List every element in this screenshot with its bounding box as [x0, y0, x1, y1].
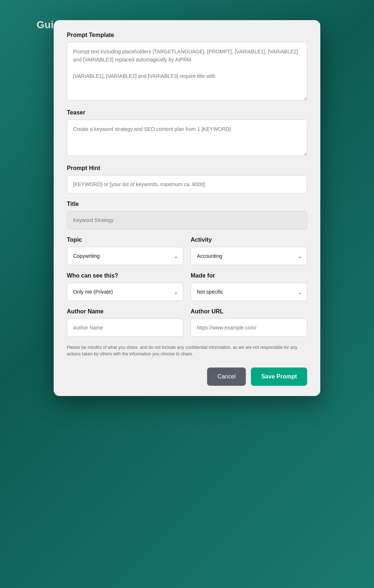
made-for-label: Made for	[191, 272, 307, 279]
activity-select[interactable]: Accounting Finance HR Legal Operations	[191, 247, 307, 265]
author-name-label: Author Name	[67, 308, 183, 315]
save-prompt-button[interactable]: Save Prompt	[251, 368, 307, 386]
topic-group: Topic Copywriting SEO Marketing Writing …	[67, 237, 183, 265]
prompt-hint-input[interactable]	[67, 175, 307, 193]
topic-select[interactable]: Copywriting SEO Marketing Writing Other	[67, 247, 183, 265]
title-label: Title	[67, 201, 307, 207]
modal-dialog: Prompt Template Teaser Prompt Hint Title…	[54, 20, 320, 396]
visibility-group: Who can see this? Only me (Private) Ever…	[67, 272, 183, 301]
activity-select-wrapper: Accounting Finance HR Legal Operations ⌄	[191, 247, 307, 265]
prompt-template-section: Prompt Template	[67, 32, 307, 102]
topic-label: Topic	[67, 237, 183, 243]
author-row: Author Name Author URL	[67, 308, 307, 337]
author-name-group: Author Name	[67, 308, 183, 337]
visibility-label: Who can see this?	[67, 272, 183, 279]
visibility-madefor-row: Who can see this? Only me (Private) Ever…	[67, 272, 307, 301]
made-for-select-wrapper: Not specific Beginners Advanced Professi…	[191, 283, 307, 301]
cancel-button[interactable]: Cancel	[207, 368, 246, 386]
title-input[interactable]	[67, 211, 307, 229]
prompt-hint-section: Prompt Hint	[67, 165, 307, 193]
topic-activity-row: Topic Copywriting SEO Marketing Writing …	[67, 237, 307, 265]
author-url-input[interactable]	[191, 318, 307, 337]
author-url-label: Author URL	[191, 308, 307, 315]
visibility-select-wrapper: Only me (Private) Everyone Team ⌄	[67, 283, 183, 301]
author-name-input[interactable]	[67, 318, 183, 337]
topic-select-wrapper: Copywriting SEO Marketing Writing Other …	[67, 247, 183, 265]
prompt-template-input[interactable]	[67, 42, 307, 101]
activity-label: Activity	[191, 237, 307, 243]
activity-group: Activity Accounting Finance HR Legal Ope…	[191, 237, 307, 265]
prompt-template-label: Prompt Template	[67, 32, 307, 38]
visibility-select[interactable]: Only me (Private) Everyone Team	[67, 283, 183, 301]
made-for-group: Made for Not specific Beginners Advanced…	[191, 272, 307, 301]
teaser-label: Teaser	[67, 109, 307, 116]
prompt-hint-label: Prompt Hint	[67, 165, 307, 172]
disclaimer-text: Please be mindful of what you share, and…	[67, 344, 307, 357]
teaser-input[interactable]	[67, 120, 307, 156]
author-url-group: Author URL	[191, 308, 307, 337]
teaser-section: Teaser	[67, 109, 307, 158]
footer-buttons: Cancel Save Prompt	[67, 365, 307, 386]
made-for-select[interactable]: Not specific Beginners Advanced Professi…	[191, 283, 307, 301]
title-section: Title	[67, 201, 307, 229]
